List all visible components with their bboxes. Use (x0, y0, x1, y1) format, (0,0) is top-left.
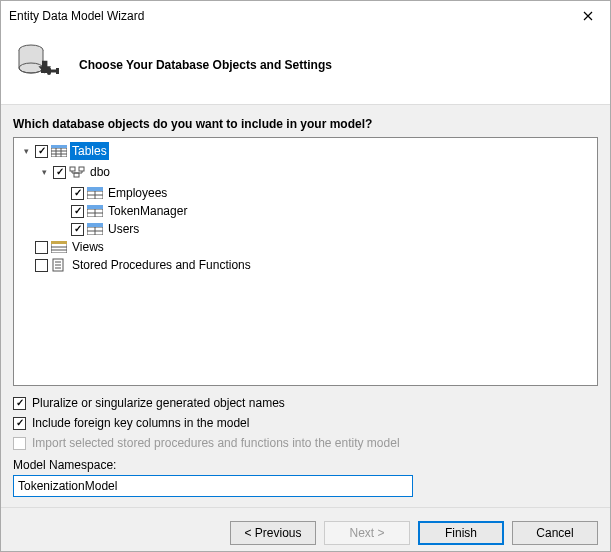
wizard-header: Choose Your Database Objects and Setting… (1, 31, 610, 105)
checkbox[interactable] (71, 187, 84, 200)
checkbox (13, 437, 26, 450)
views-icon (51, 240, 67, 254)
prompt-text: Which database objects do you want to in… (13, 117, 598, 131)
svg-rect-2 (41, 69, 47, 73)
close-button[interactable] (565, 1, 610, 31)
namespace-input[interactable] (13, 475, 413, 497)
tree-node-tables[interactable]: ▾ Tables ▾ dbo (20, 142, 591, 238)
checkbox[interactable] (53, 166, 66, 179)
cancel-button[interactable]: Cancel (512, 521, 598, 545)
objects-tree[interactable]: ▾ Tables ▾ dbo (13, 137, 598, 386)
checkbox[interactable] (13, 397, 26, 410)
tree-node-views[interactable]: ▸ Views (20, 238, 591, 256)
options-group: Pluralize or singularize generated objec… (13, 396, 598, 450)
expander-icon[interactable]: ▾ (38, 166, 50, 178)
wizard-footer: < Previous Next > Finish Cancel (1, 507, 610, 552)
svg-rect-3 (47, 67, 51, 75)
window-title: Entity Data Model Wizard (9, 9, 144, 23)
option-label: Include foreign key columns in the model (32, 416, 249, 430)
tree-label-table[interactable]: Users (106, 220, 141, 238)
previous-button[interactable]: < Previous (230, 521, 316, 545)
svg-rect-4 (56, 68, 59, 74)
tree-label-tables[interactable]: Tables (70, 142, 109, 160)
svg-rect-13 (79, 167, 84, 171)
checkbox[interactable] (71, 223, 84, 236)
namespace-label: Model Namespace: (13, 458, 598, 472)
tree-node-dbo[interactable]: ▾ dbo ▸ Employees (38, 163, 591, 238)
table-icon (87, 222, 103, 236)
svg-rect-14 (74, 173, 79, 177)
tree-label-sprocs[interactable]: Stored Procedures and Functions (70, 256, 253, 274)
table-icon (87, 204, 103, 218)
expander-icon[interactable]: ▾ (20, 145, 32, 157)
wizard-content: Which database objects do you want to in… (1, 105, 610, 507)
svg-rect-29 (87, 223, 103, 227)
titlebar: Entity Data Model Wizard (1, 1, 610, 31)
tables-icon (51, 144, 67, 158)
tree-node-table[interactable]: ▸ TokenManager (56, 202, 591, 220)
schema-icon (69, 165, 85, 179)
checkbox[interactable] (35, 241, 48, 254)
table-icon (87, 186, 103, 200)
tree-label-views[interactable]: Views (70, 238, 106, 256)
tree-label-table[interactable]: Employees (106, 184, 169, 202)
tree-label-dbo[interactable]: dbo (88, 163, 112, 181)
checkbox[interactable] (71, 205, 84, 218)
wizard-heading: Choose Your Database Objects and Setting… (79, 58, 332, 72)
finish-button[interactable]: Finish (418, 521, 504, 545)
svg-rect-19 (87, 187, 103, 191)
svg-rect-12 (70, 167, 75, 171)
svg-rect-24 (87, 205, 103, 209)
tree-node-table[interactable]: ▸ Employees (56, 184, 591, 202)
tree-label-table[interactable]: TokenManager (106, 202, 189, 220)
svg-rect-31 (51, 241, 67, 244)
next-button: Next > (324, 521, 410, 545)
option-label: Import selected stored procedures and fu… (32, 436, 400, 450)
option-import-sprocs: Import selected stored procedures and fu… (13, 436, 598, 450)
checkbox[interactable] (35, 259, 48, 272)
checkbox[interactable] (13, 417, 26, 430)
tree-node-table[interactable]: ▸ Users (56, 220, 591, 238)
close-icon (583, 11, 593, 21)
option-foreign-keys[interactable]: Include foreign key columns in the model (13, 416, 598, 430)
checkbox[interactable] (35, 145, 48, 158)
option-label: Pluralize or singularize generated objec… (32, 396, 285, 410)
database-icon (17, 43, 61, 86)
tree-node-sprocs[interactable]: ▸ Stored Procedures and Functions (20, 256, 591, 274)
option-pluralize[interactable]: Pluralize or singularize generated objec… (13, 396, 598, 410)
svg-rect-11 (51, 145, 67, 148)
sprocs-icon (51, 258, 67, 272)
